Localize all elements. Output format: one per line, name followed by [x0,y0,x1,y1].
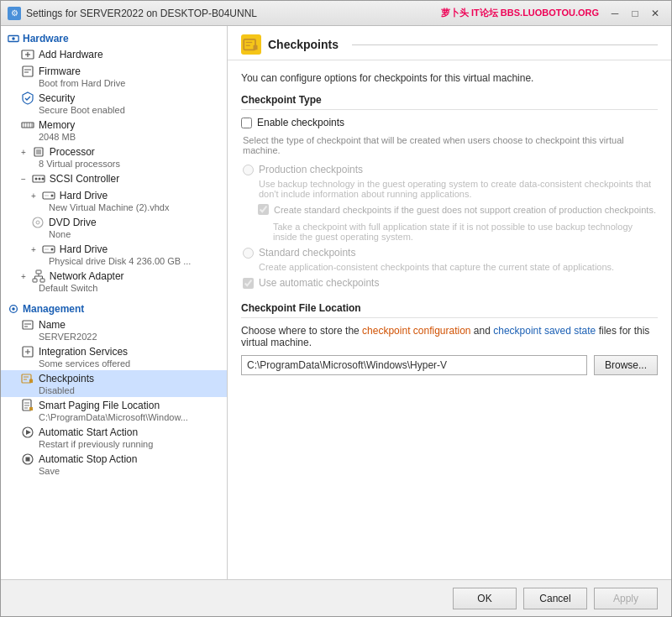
footer: OK Cancel Apply [1,579,671,616]
firmware-sublabel: Boot from Hard Drive [21,78,220,88]
add-hardware-label: Add Hardware [39,49,103,60]
auto-start-sublabel: Restart if previously running [21,439,220,449]
checkpoints-label: Checkpoints [39,373,94,384]
window-icon: ⚙ [8,7,21,20]
sidebar-item-auto-stop[interactable]: Automatic Stop Action Save [1,451,227,478]
svg-rect-5 [23,66,33,76]
fallback-checkbox[interactable] [258,204,269,215]
browse-button[interactable]: Browse... [594,355,658,375]
sidebar-item-scsi[interactable]: − SCSI Controller [1,170,227,187]
hdd1-label: Hard Drive [60,190,108,201]
network-label: Network Adapter [50,270,124,282]
name-sublabel: SERVER2022 [21,332,220,342]
integration-sublabel: Some services offered [21,358,220,369]
watermark: 萝卜头 IT论坛 BBS.LUOBOTOU.ORG [441,7,599,19]
enable-checkpoints-row: Enable checkpoints [241,117,658,128]
management-label: Management [23,303,84,315]
location-section-title: Checkpoint File Location [241,302,658,318]
fallback-checkbox-row: Create standard checkpoints if the guest… [243,204,658,215]
processor-icon [32,145,45,159]
svg-point-18 [41,178,44,180]
standard-radio[interactable] [243,248,254,259]
svg-point-17 [38,178,40,180]
close-button[interactable]: ✕ [646,4,664,23]
sidebar-item-hard-drive-2[interactable]: + Hard Drive Physical drive Disk 4 236.0… [1,241,227,268]
hdd2-sublabel: Physical drive Disk 4 236.00 GB ... [31,256,220,266]
fallback-label: Create standard checkpoints if the guest… [274,205,656,215]
content-area: Hardware Add Hardware Firmware [1,26,671,579]
sidebar-item-network[interactable]: + Network Adapter Default Switch [1,268,227,295]
auto-start-icon [21,426,34,439]
hardware-section-header: Hardware [1,29,227,46]
apply-button[interactable]: Apply [594,588,658,609]
network-icon [32,269,45,283]
checkpoint-type-sub-desc: Select the type of checkpoint that will … [241,135,658,155]
sidebar: Hardware Add Hardware Firmware [1,26,228,579]
network-expand-icon: + [21,272,26,281]
panel-title: Checkpoints [268,38,339,51]
hdd1-sublabel: New Virtual Machine (2).vhdx [31,202,220,212]
hdd1-expand-icon: + [31,191,36,201]
security-label: Security [39,92,75,104]
management-section-header: Management [1,300,227,316]
auto-checkpoints-checkbox[interactable] [243,278,254,289]
enable-checkpoints-checkbox[interactable] [241,118,252,128]
svg-point-20 [50,195,53,197]
sidebar-item-processor[interactable]: + Processor 8 Virtual processors [1,144,227,170]
svg-point-16 [34,178,37,180]
dvd-sublabel: None [31,229,220,239]
location-row: Browse... [241,355,658,375]
auto-stop-label: Automatic Stop Action [39,453,137,465]
network-sublabel: Default Switch [21,283,220,293]
panel-body: You can configure options for checkpoint… [228,60,671,579]
sidebar-item-add-hardware[interactable]: Add Hardware [1,46,227,63]
scsi-icon [32,172,45,186]
sidebar-item-memory[interactable]: Memory 2048 MB [1,117,227,144]
enable-checkpoints-label: Enable checkpoints [257,117,344,128]
hardware-icon [8,33,19,44]
memory-sublabel: 2048 MB [21,132,220,142]
sidebar-item-firmware[interactable]: Firmware Boot from Hard Drive [1,63,227,90]
memory-label: Memory [39,119,75,131]
sidebar-item-security[interactable]: Security Secure Boot enabled [1,90,227,117]
auto-stop-icon [21,452,34,466]
hardware-label: Hardware [23,33,69,44]
main-window: ⚙ Settings for SERVER2022 on DESKTOP-B04… [0,0,672,617]
ok-button[interactable]: OK [453,588,517,609]
auto-checkpoints-label: Use automatic checkpoints [259,277,379,289]
panel-description: You can configure options for checkpoint… [241,72,658,84]
main-panel: Checkpoints You can configure options fo… [228,26,671,579]
cancel-button[interactable]: Cancel [523,588,587,609]
smart-paging-icon [21,399,34,412]
svg-point-22 [33,217,43,227]
sidebar-item-smart-paging[interactable]: Smart Paging File Location C:\ProgramDat… [1,397,227,424]
scsi-label: SCSI Controller [50,173,119,185]
panel-header-icon [241,34,261,55]
management-icon [8,303,19,315]
maximize-button[interactable]: □ [626,4,644,23]
hdd2-label: Hard Drive [60,243,108,255]
sidebar-item-integration[interactable]: Integration Services Some services offer… [1,343,227,370]
minimize-button[interactable]: ─ [606,4,624,23]
security-icon [21,92,34,105]
sidebar-item-dvd[interactable]: DVD Drive None [1,214,227,241]
panel-header: Checkpoints [228,26,671,60]
auto-stop-sublabel: Save [21,466,220,476]
location-description: Choose where to store the checkpoint con… [241,325,658,348]
location-input[interactable] [241,355,587,375]
svg-point-25 [50,248,53,251]
checkpoint-location-section: Checkpoint File Location Choose where to… [241,302,658,375]
name-label: Name [39,319,66,331]
window-title: Settings for SERVER2022 on DESKTOP-B04UN… [26,8,441,19]
svg-rect-28 [33,279,37,282]
sidebar-item-auto-start[interactable]: Automatic Start Action Restart if previo… [1,424,227,451]
production-radio-label: Production checkpoints [259,164,363,175]
radio-group: Production checkpoints Use backup techno… [241,164,658,289]
production-radio[interactable] [243,165,254,175]
sidebar-item-hard-drive-1[interactable]: + Hard Drive New Virtual Machine (2).vhd… [1,187,227,214]
highlight-saved-state: checkpoint saved state [493,325,596,337]
sidebar-item-name[interactable]: Name SERVER2022 [1,316,227,343]
name-icon [21,318,34,332]
sidebar-item-checkpoints[interactable]: Checkpoints Disabled [1,370,227,397]
svg-point-1 [12,37,15,40]
